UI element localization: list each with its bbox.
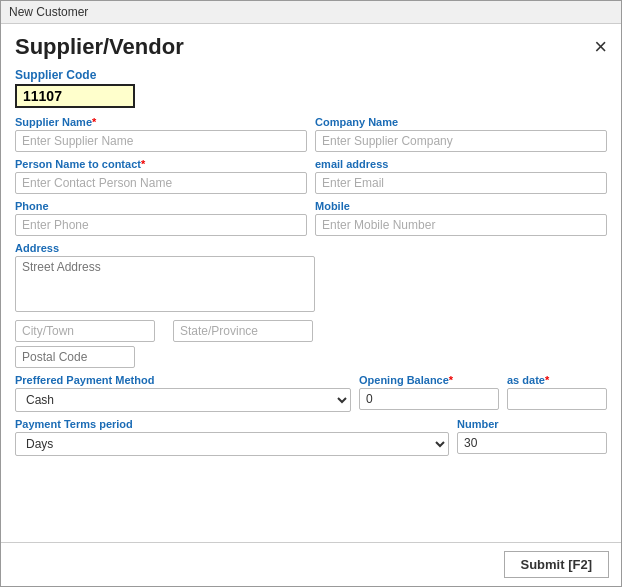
state-input[interactable] (173, 320, 313, 342)
supplier-name-group: Supplier Name* (15, 116, 307, 152)
title-bar-label: New Customer (9, 5, 88, 19)
mobile-label: Mobile (315, 200, 607, 212)
mobile-group: Mobile (315, 200, 607, 236)
payment-method-label: Preffered Payment Method (15, 374, 351, 386)
email-group: email address (315, 158, 607, 194)
opening-balance-label: Opening Balance* (359, 374, 499, 386)
row-supplier-company: Supplier Name* Company Name (15, 116, 607, 152)
company-name-group: Company Name (315, 116, 607, 152)
city-state-row (15, 320, 323, 342)
email-label: email address (315, 158, 607, 170)
payment-terms-select[interactable]: Days Weeks Months (15, 432, 449, 456)
supplier-code-section: Supplier Code 11107 (15, 68, 607, 116)
row-contact-email: Person Name to contact* email address (15, 158, 607, 194)
as-date-label: as date* (507, 374, 607, 386)
close-button[interactable]: × (594, 36, 607, 58)
number-label: Number (457, 418, 607, 430)
phone-label: Phone (15, 200, 307, 212)
contact-person-group: Person Name to contact* (15, 158, 307, 194)
postal-input[interactable] (15, 346, 135, 368)
company-name-input[interactable] (315, 130, 607, 152)
submit-button[interactable]: Submit [F2] (504, 551, 610, 578)
number-input[interactable] (457, 432, 607, 454)
dialog-footer: Submit [F2] (1, 542, 621, 586)
number-group: Number (457, 418, 607, 456)
window: New Customer Supplier/Vendor × Supplier … (0, 0, 622, 587)
payment-method-select[interactable]: Cash Credit Card Bank Transfer Cheque (15, 388, 351, 412)
supplier-code-value: 11107 (15, 84, 135, 108)
city-input[interactable] (15, 320, 155, 342)
city-group (15, 320, 165, 342)
payment-method-group: Preffered Payment Method Cash Credit Car… (15, 374, 351, 412)
as-date-group: as date* (507, 374, 607, 412)
mobile-input[interactable] (315, 214, 607, 236)
supplier-name-label: Supplier Name* (15, 116, 307, 128)
payment-section: Preffered Payment Method Cash Credit Car… (15, 374, 607, 412)
dialog: Supplier/Vendor × Supplier Code 11107 Su… (1, 24, 621, 542)
address-section: Address (15, 242, 607, 316)
company-name-label: Company Name (315, 116, 607, 128)
email-input[interactable] (315, 172, 607, 194)
phone-group: Phone (15, 200, 307, 236)
title-bar: New Customer (1, 1, 621, 24)
address-label: Address (15, 242, 607, 254)
supplier-name-input[interactable] (15, 130, 307, 152)
dialog-header: Supplier/Vendor × (15, 34, 607, 60)
address-input[interactable] (15, 256, 315, 312)
supplier-code-label: Supplier Code (15, 68, 607, 82)
opening-balance-group: Opening Balance* (359, 374, 499, 412)
state-group (173, 320, 323, 342)
terms-row: Payment Terms period Days Weeks Months N… (15, 418, 607, 456)
row-phone-mobile: Phone Mobile (15, 200, 607, 236)
as-date-input[interactable] (507, 388, 607, 410)
contact-person-label: Person Name to contact* (15, 158, 307, 170)
contact-person-input[interactable] (15, 172, 307, 194)
payment-terms-group: Payment Terms period Days Weeks Months (15, 418, 449, 456)
phone-input[interactable] (15, 214, 307, 236)
opening-balance-input[interactable] (359, 388, 499, 410)
payment-terms-label: Payment Terms period (15, 418, 449, 430)
postal-row (15, 346, 607, 368)
dialog-title: Supplier/Vendor (15, 34, 184, 60)
